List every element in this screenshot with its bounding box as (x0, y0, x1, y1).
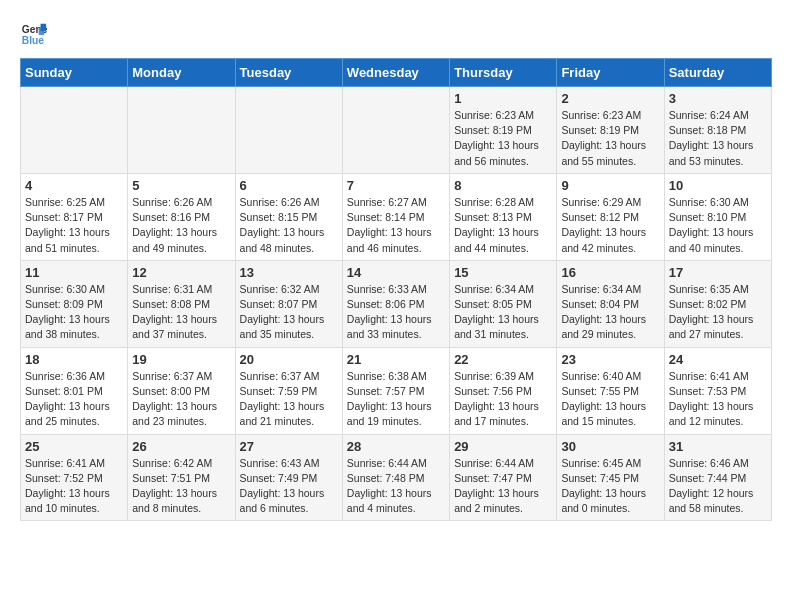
day-number: 3 (669, 91, 767, 106)
day-info: Sunrise: 6:36 AMSunset: 8:01 PMDaylight:… (25, 369, 123, 430)
calendar-cell: 14Sunrise: 6:33 AMSunset: 8:06 PMDayligh… (342, 260, 449, 347)
calendar-cell: 18Sunrise: 6:36 AMSunset: 8:01 PMDayligh… (21, 347, 128, 434)
day-info: Sunrise: 6:44 AMSunset: 7:48 PMDaylight:… (347, 456, 445, 517)
day-info: Sunrise: 6:34 AMSunset: 8:04 PMDaylight:… (561, 282, 659, 343)
weekday-header: Tuesday (235, 59, 342, 87)
calendar-cell: 8Sunrise: 6:28 AMSunset: 8:13 PMDaylight… (450, 173, 557, 260)
day-info: Sunrise: 6:37 AMSunset: 8:00 PMDaylight:… (132, 369, 230, 430)
calendar-cell: 23Sunrise: 6:40 AMSunset: 7:55 PMDayligh… (557, 347, 664, 434)
day-number: 13 (240, 265, 338, 280)
day-number: 17 (669, 265, 767, 280)
svg-text:Blue: Blue (22, 35, 45, 46)
day-number: 27 (240, 439, 338, 454)
calendar-cell: 4Sunrise: 6:25 AMSunset: 8:17 PMDaylight… (21, 173, 128, 260)
day-number: 12 (132, 265, 230, 280)
day-number: 26 (132, 439, 230, 454)
weekday-header: Sunday (21, 59, 128, 87)
calendar-cell: 24Sunrise: 6:41 AMSunset: 7:53 PMDayligh… (664, 347, 771, 434)
day-number: 20 (240, 352, 338, 367)
page-header: General Blue (20, 20, 772, 48)
calendar-cell: 20Sunrise: 6:37 AMSunset: 7:59 PMDayligh… (235, 347, 342, 434)
day-number: 31 (669, 439, 767, 454)
calendar-cell: 30Sunrise: 6:45 AMSunset: 7:45 PMDayligh… (557, 434, 664, 521)
calendar-cell: 31Sunrise: 6:46 AMSunset: 7:44 PMDayligh… (664, 434, 771, 521)
calendar-cell: 12Sunrise: 6:31 AMSunset: 8:08 PMDayligh… (128, 260, 235, 347)
day-number: 25 (25, 439, 123, 454)
logo-icon: General Blue (20, 20, 48, 48)
day-info: Sunrise: 6:45 AMSunset: 7:45 PMDaylight:… (561, 456, 659, 517)
day-number: 6 (240, 178, 338, 193)
day-number: 19 (132, 352, 230, 367)
day-info: Sunrise: 6:40 AMSunset: 7:55 PMDaylight:… (561, 369, 659, 430)
calendar-cell: 25Sunrise: 6:41 AMSunset: 7:52 PMDayligh… (21, 434, 128, 521)
weekday-header: Monday (128, 59, 235, 87)
day-info: Sunrise: 6:28 AMSunset: 8:13 PMDaylight:… (454, 195, 552, 256)
day-number: 29 (454, 439, 552, 454)
day-info: Sunrise: 6:42 AMSunset: 7:51 PMDaylight:… (132, 456, 230, 517)
calendar-cell: 22Sunrise: 6:39 AMSunset: 7:56 PMDayligh… (450, 347, 557, 434)
day-number: 23 (561, 352, 659, 367)
calendar-cell: 27Sunrise: 6:43 AMSunset: 7:49 PMDayligh… (235, 434, 342, 521)
day-info: Sunrise: 6:33 AMSunset: 8:06 PMDaylight:… (347, 282, 445, 343)
calendar-week-row: 1Sunrise: 6:23 AMSunset: 8:19 PMDaylight… (21, 87, 772, 174)
day-number: 2 (561, 91, 659, 106)
calendar-week-row: 11Sunrise: 6:30 AMSunset: 8:09 PMDayligh… (21, 260, 772, 347)
day-number: 4 (25, 178, 123, 193)
day-info: Sunrise: 6:23 AMSunset: 8:19 PMDaylight:… (561, 108, 659, 169)
calendar-cell: 7Sunrise: 6:27 AMSunset: 8:14 PMDaylight… (342, 173, 449, 260)
calendar-cell: 11Sunrise: 6:30 AMSunset: 8:09 PMDayligh… (21, 260, 128, 347)
calendar-cell: 9Sunrise: 6:29 AMSunset: 8:12 PMDaylight… (557, 173, 664, 260)
day-number: 28 (347, 439, 445, 454)
day-info: Sunrise: 6:38 AMSunset: 7:57 PMDaylight:… (347, 369, 445, 430)
day-info: Sunrise: 6:35 AMSunset: 8:02 PMDaylight:… (669, 282, 767, 343)
day-info: Sunrise: 6:43 AMSunset: 7:49 PMDaylight:… (240, 456, 338, 517)
day-number: 21 (347, 352, 445, 367)
day-info: Sunrise: 6:26 AMSunset: 8:15 PMDaylight:… (240, 195, 338, 256)
calendar-cell (235, 87, 342, 174)
day-number: 10 (669, 178, 767, 193)
svg-marker-3 (41, 24, 47, 31)
calendar-cell: 16Sunrise: 6:34 AMSunset: 8:04 PMDayligh… (557, 260, 664, 347)
day-info: Sunrise: 6:34 AMSunset: 8:05 PMDaylight:… (454, 282, 552, 343)
day-info: Sunrise: 6:41 AMSunset: 7:53 PMDaylight:… (669, 369, 767, 430)
weekday-header: Thursday (450, 59, 557, 87)
calendar-cell: 29Sunrise: 6:44 AMSunset: 7:47 PMDayligh… (450, 434, 557, 521)
calendar-cell: 5Sunrise: 6:26 AMSunset: 8:16 PMDaylight… (128, 173, 235, 260)
day-info: Sunrise: 6:41 AMSunset: 7:52 PMDaylight:… (25, 456, 123, 517)
day-number: 22 (454, 352, 552, 367)
day-info: Sunrise: 6:32 AMSunset: 8:07 PMDaylight:… (240, 282, 338, 343)
calendar-cell: 1Sunrise: 6:23 AMSunset: 8:19 PMDaylight… (450, 87, 557, 174)
day-info: Sunrise: 6:37 AMSunset: 7:59 PMDaylight:… (240, 369, 338, 430)
day-number: 30 (561, 439, 659, 454)
day-number: 5 (132, 178, 230, 193)
calendar-cell: 15Sunrise: 6:34 AMSunset: 8:05 PMDayligh… (450, 260, 557, 347)
day-number: 7 (347, 178, 445, 193)
weekday-header: Wednesday (342, 59, 449, 87)
day-info: Sunrise: 6:29 AMSunset: 8:12 PMDaylight:… (561, 195, 659, 256)
calendar-cell: 28Sunrise: 6:44 AMSunset: 7:48 PMDayligh… (342, 434, 449, 521)
calendar-cell: 17Sunrise: 6:35 AMSunset: 8:02 PMDayligh… (664, 260, 771, 347)
calendar-week-row: 4Sunrise: 6:25 AMSunset: 8:17 PMDaylight… (21, 173, 772, 260)
day-info: Sunrise: 6:46 AMSunset: 7:44 PMDaylight:… (669, 456, 767, 517)
day-info: Sunrise: 6:26 AMSunset: 8:16 PMDaylight:… (132, 195, 230, 256)
day-number: 16 (561, 265, 659, 280)
calendar-cell: 21Sunrise: 6:38 AMSunset: 7:57 PMDayligh… (342, 347, 449, 434)
day-info: Sunrise: 6:31 AMSunset: 8:08 PMDaylight:… (132, 282, 230, 343)
day-info: Sunrise: 6:30 AMSunset: 8:10 PMDaylight:… (669, 195, 767, 256)
calendar-cell (342, 87, 449, 174)
calendar-cell: 13Sunrise: 6:32 AMSunset: 8:07 PMDayligh… (235, 260, 342, 347)
day-info: Sunrise: 6:27 AMSunset: 8:14 PMDaylight:… (347, 195, 445, 256)
day-info: Sunrise: 6:44 AMSunset: 7:47 PMDaylight:… (454, 456, 552, 517)
calendar-week-row: 18Sunrise: 6:36 AMSunset: 8:01 PMDayligh… (21, 347, 772, 434)
calendar-cell: 6Sunrise: 6:26 AMSunset: 8:15 PMDaylight… (235, 173, 342, 260)
calendar-cell: 10Sunrise: 6:30 AMSunset: 8:10 PMDayligh… (664, 173, 771, 260)
calendar-cell: 26Sunrise: 6:42 AMSunset: 7:51 PMDayligh… (128, 434, 235, 521)
calendar-week-row: 25Sunrise: 6:41 AMSunset: 7:52 PMDayligh… (21, 434, 772, 521)
day-number: 24 (669, 352, 767, 367)
calendar-cell: 2Sunrise: 6:23 AMSunset: 8:19 PMDaylight… (557, 87, 664, 174)
day-info: Sunrise: 6:24 AMSunset: 8:18 PMDaylight:… (669, 108, 767, 169)
logo: General Blue (20, 20, 48, 48)
calendar-header-row: SundayMondayTuesdayWednesdayThursdayFrid… (21, 59, 772, 87)
day-number: 11 (25, 265, 123, 280)
day-number: 1 (454, 91, 552, 106)
